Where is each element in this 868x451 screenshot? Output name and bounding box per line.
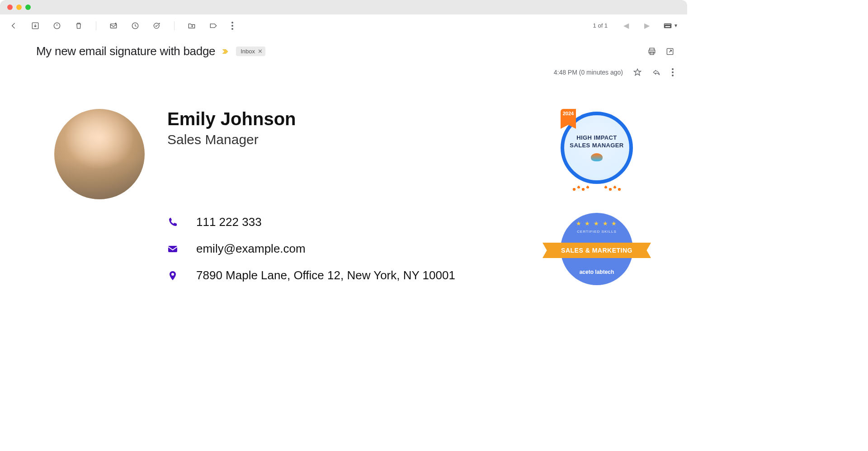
report-spam-icon[interactable] xyxy=(52,21,61,30)
back-icon[interactable] xyxy=(9,21,18,30)
add-to-tasks-icon[interactable] xyxy=(152,21,161,30)
email-signature: Emily Johnson Sales Manager 111 222 333 … xyxy=(0,77,687,290)
archive-icon[interactable] xyxy=(31,21,40,30)
svg-rect-8 xyxy=(666,24,667,25)
inbox-label-chip[interactable]: Inbox ✕ xyxy=(236,47,265,56)
svg-rect-9 xyxy=(667,24,668,25)
window-minimize-button[interactable] xyxy=(16,5,22,10)
message-timestamp: 4:48 PM (0 minutes ago) xyxy=(554,69,623,76)
badge-certified-skills: ★ ★ ★ ★ ★ CERTIFIED SKILLS aceto labtech… xyxy=(552,208,642,290)
toolbar-separator xyxy=(174,21,175,30)
subject-row: My new email signature with badge Inbox … xyxy=(0,37,687,58)
snooze-icon[interactable] xyxy=(131,21,140,30)
email-subject: My new email signature with badge xyxy=(36,44,215,58)
badge1-line1: HIGH IMPACT xyxy=(576,134,617,142)
mark-unread-icon[interactable] xyxy=(109,21,118,30)
badge1-line2: SALES MANAGER xyxy=(570,142,623,150)
badges-column: HIGH IMPACT SALES MANAGER 2024 ★ ★ ★ ★ ★… xyxy=(552,109,642,290)
badge1-inner-icon xyxy=(591,153,603,161)
window-close-button[interactable] xyxy=(7,5,13,10)
location-icon xyxy=(167,270,178,281)
window-zoom-button[interactable] xyxy=(25,5,31,10)
window-titlebar xyxy=(0,0,687,14)
inbox-label-text: Inbox xyxy=(241,48,255,55)
badge2-banner: SALES & MARKETING xyxy=(542,243,651,258)
pagination-count: 1 of 1 xyxy=(593,22,608,29)
svg-rect-11 xyxy=(669,24,670,25)
svg-rect-13 xyxy=(665,26,670,27)
important-marker-icon[interactable] xyxy=(222,47,230,56)
contact-address: 7890 Maple Lane, Office 12, New York, NY… xyxy=(167,268,533,282)
more-actions-icon[interactable] xyxy=(231,21,234,31)
badge-high-impact: HIGH IMPACT SALES MANAGER 2024 xyxy=(556,109,637,195)
star-icon[interactable] xyxy=(633,68,642,77)
contact-phone: 111 222 333 xyxy=(167,215,533,229)
phone-icon xyxy=(167,217,178,228)
move-to-icon[interactable] xyxy=(187,21,196,30)
phone-value: 111 222 333 xyxy=(196,215,262,229)
badge2-stars: ★ ★ ★ ★ ★ xyxy=(576,220,618,227)
avatar xyxy=(54,109,145,199)
label-icon[interactable] xyxy=(209,21,218,30)
input-tools-button[interactable]: ▼ xyxy=(664,23,678,29)
badge2-cert-label: CERTIFIED SKILLS xyxy=(577,230,616,234)
svg-rect-18 xyxy=(168,246,177,252)
toolbar-separator xyxy=(96,21,96,30)
badge2-brand-a: aceto xyxy=(580,269,594,275)
signature-name: Emily Johnson xyxy=(167,109,533,129)
signature-title: Sales Manager xyxy=(167,132,533,147)
message-meta-row: 4:48 PM (0 minutes ago) xyxy=(0,58,687,77)
svg-rect-7 xyxy=(665,24,665,25)
badge2-brand: aceto labtech xyxy=(561,269,633,275)
signature-main: Emily Johnson Sales Manager 111 222 333 … xyxy=(167,109,533,282)
svg-rect-2 xyxy=(110,23,116,28)
contact-email: emily@example.com xyxy=(167,242,533,256)
badge1-laurel xyxy=(570,184,624,195)
message-more-icon[interactable] xyxy=(671,67,675,77)
svg-point-3 xyxy=(115,23,116,24)
email-icon xyxy=(167,244,178,254)
delete-icon[interactable] xyxy=(74,21,83,30)
badge2-brand-b: labtech xyxy=(594,269,614,275)
reply-icon[interactable] xyxy=(652,68,661,77)
svg-rect-10 xyxy=(668,24,669,25)
mail-toolbar: 1 of 1 ◀ ▶ ▼ xyxy=(0,14,687,37)
print-icon[interactable] xyxy=(647,47,656,56)
open-new-window-icon[interactable] xyxy=(665,47,675,56)
address-value: 7890 Maple Lane, Office 12, New York, NY… xyxy=(196,268,455,282)
contact-list: 111 222 333 emily@example.com 7890 Maple… xyxy=(167,215,533,282)
prev-message-button[interactable]: ◀ xyxy=(622,21,630,30)
email-value: emily@example.com xyxy=(196,242,306,256)
svg-rect-12 xyxy=(670,24,671,25)
remove-label-icon[interactable]: ✕ xyxy=(258,48,263,55)
next-message-button[interactable]: ▶ xyxy=(643,21,651,30)
